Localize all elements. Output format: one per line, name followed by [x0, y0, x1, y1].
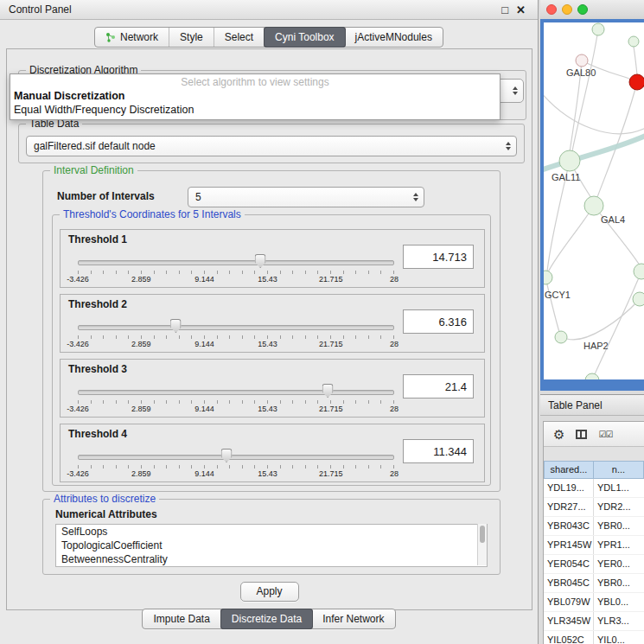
list-item[interactable]: SelfLoops — [56, 525, 487, 539]
tick-label: 28 — [390, 275, 399, 284]
number-of-intervals-label: Number of Intervals — [57, 190, 155, 202]
tick-label: 2.859 — [131, 469, 151, 478]
network-node[interactable] — [555, 331, 567, 343]
table-data-group: Table Data galFiltered.sif default node — [18, 124, 525, 163]
network-node[interactable] — [633, 292, 644, 306]
table-cell: YPR1... — [594, 536, 644, 554]
numerical-attributes-list[interactable]: SelfLoopsTopologicalCoefficientBetweenne… — [55, 524, 488, 567]
threshold-label: Threshold 2 — [68, 298, 127, 310]
slider-track[interactable] — [78, 260, 394, 265]
threshold-3-slider[interactable]: -3.4262.8599.14415.4321.71528 — [78, 382, 394, 413]
tab-jactivemnodules[interactable]: jActiveMNodules — [345, 28, 443, 47]
network-window-titlebar — [540, 0, 644, 20]
network-node[interactable] — [634, 264, 644, 279]
tab-infer-network[interactable]: Infer Network — [312, 609, 394, 628]
tick-label: 15.43 — [258, 405, 277, 413]
slider-tick-labels: -3.4262.8599.14415.4321.71528 — [78, 405, 394, 413]
network-canvas[interactable]: GAL80GAL11GAL4GCY1HAP2 — [544, 22, 644, 379]
network-node[interactable] — [592, 23, 604, 35]
slider-thumb[interactable] — [322, 384, 334, 398]
tick-label: 21.715 — [319, 405, 343, 413]
top-tab-strip: Network Style Select Cyni Toolbox jActiv… — [0, 27, 538, 48]
scrollbar-thumb[interactable] — [480, 526, 485, 543]
gear-icon[interactable]: ⚙ — [553, 428, 564, 441]
cyni-toolbox-panel: Discretization Algorithm Select algorith… — [6, 48, 532, 610]
threshold-4-slider[interactable]: -3.4262.8599.14415.4321.71528 — [78, 447, 394, 478]
threshold-3-block: Threshold 3 -3.4262.8599.14415.4321.7152… — [60, 359, 485, 418]
threshold-value-field[interactable]: 6.316 — [403, 309, 474, 334]
table-panel: ⚙ ☑☑ shared... n... YDL19...YDL1...YDR27… — [543, 421, 644, 644]
node-label: GAL80 — [566, 67, 596, 78]
tab-label: Infer Network — [322, 613, 384, 625]
network-node[interactable] — [544, 271, 552, 284]
threshold-value-field[interactable]: 14.713 — [403, 245, 474, 269]
table-row[interactable]: YLR345WYLR3... — [544, 612, 644, 631]
close-icon[interactable]: ✕ — [516, 4, 526, 16]
slider-thumb[interactable] — [170, 319, 182, 333]
table-row[interactable]: YBL079WYBL0... — [544, 593, 644, 612]
checkbox-icons[interactable]: ☑☑ — [598, 430, 612, 439]
slider-track[interactable] — [78, 325, 394, 330]
network-node-highlighted[interactable] — [629, 74, 644, 90]
network-node[interactable] — [576, 54, 588, 67]
table-row[interactable]: YER054CYER0... — [544, 555, 644, 574]
table-row[interactable]: YIL052CYIL0... — [544, 631, 644, 644]
tab-style[interactable]: Style — [169, 28, 214, 47]
dropdown-option-manual-discretization[interactable]: Manual Discretization — [10, 89, 500, 103]
table-panel-title: Table Panel — [548, 399, 603, 411]
threshold-value-field[interactable]: 11.344 — [403, 439, 474, 463]
table-row[interactable]: YDR27...YDR2... — [544, 498, 644, 517]
tick-label: 9.144 — [194, 340, 214, 348]
tab-discretize-data[interactable]: Discretize Data — [220, 609, 313, 629]
combo-stepper-icon — [408, 188, 424, 207]
table-data-combobox[interactable]: galFiltered.sif default node — [26, 136, 517, 156]
threshold-2-slider[interactable]: -3.4262.8599.14415.4321.71528 — [78, 317, 394, 348]
number-of-intervals-combobox[interactable]: 5 — [188, 187, 424, 207]
network-node[interactable] — [584, 196, 603, 215]
table-cell: YBR0... — [594, 574, 644, 592]
list-item[interactable]: BetweennessCentrality — [56, 552, 487, 566]
column-header[interactable]: shared... — [544, 461, 594, 479]
tick-label: 28 — [390, 340, 399, 348]
network-node[interactable] — [585, 373, 599, 379]
tab-select[interactable]: Select — [214, 28, 265, 47]
slider-tick-labels: -3.4262.8599.14415.4321.71528 — [78, 275, 394, 284]
network-focus-frame: GAL80GAL11GAL4GCY1HAP2 — [540, 19, 644, 391]
network-node[interactable] — [559, 150, 580, 171]
close-traffic-light-icon[interactable] — [546, 4, 557, 15]
tab-impute-data[interactable]: Impute Data — [143, 609, 220, 628]
combo-stepper-icon — [507, 80, 523, 102]
node-label: GAL4 — [601, 214, 625, 225]
threshold-value-field[interactable]: 21.4 — [403, 374, 474, 399]
attributes-to-discretize-group: Attributes to discretize Numerical Attri… — [42, 499, 501, 575]
slider-track[interactable] — [78, 455, 394, 460]
table-cell: YER054C — [544, 555, 594, 573]
network-node[interactable] — [628, 36, 639, 47]
table-row[interactable]: YBR045CYBR0... — [544, 574, 644, 593]
minimize-icon[interactable]: □ — [501, 4, 508, 16]
tab-network[interactable]: Network — [95, 28, 169, 47]
tick-label: 28 — [390, 405, 399, 413]
combo-stepper-icon — [501, 137, 516, 156]
list-item[interactable]: TopologicalCoefficient — [56, 539, 487, 552]
columns-icon[interactable] — [576, 430, 587, 439]
table-row[interactable]: YBR043CYBR0... — [544, 517, 644, 536]
table-row[interactable]: YDL19...YDL1... — [544, 479, 644, 498]
column-header[interactable]: n... — [594, 461, 644, 479]
apply-button[interactable]: Apply — [240, 582, 299, 602]
tab-cyni-toolbox[interactable]: Cyni Toolbox — [264, 27, 345, 48]
control-panel-titlebar: Control Panel □ ✕ — [0, 0, 538, 20]
minimize-traffic-light-icon[interactable] — [562, 4, 572, 15]
list-scrollbar[interactable] — [477, 524, 487, 565]
threshold-1-slider[interactable]: -3.4262.8599.14415.4321.71528 — [78, 252, 394, 284]
table-row[interactable]: YPR145WYPR1... — [544, 536, 644, 555]
table-cell: YBL079W — [544, 593, 594, 611]
network-icon — [105, 32, 116, 42]
slider-thumb[interactable] — [221, 449, 233, 462]
group-title: Attributes to discretize — [50, 493, 159, 505]
dropdown-option-equal-width[interactable]: Equal Width/Frequency Discretization — [10, 103, 500, 117]
table-cell: YLR345W — [544, 612, 594, 630]
slider-thumb[interactable] — [255, 254, 266, 268]
zoom-traffic-light-icon[interactable] — [577, 4, 588, 15]
slider-track[interactable] — [78, 390, 394, 395]
